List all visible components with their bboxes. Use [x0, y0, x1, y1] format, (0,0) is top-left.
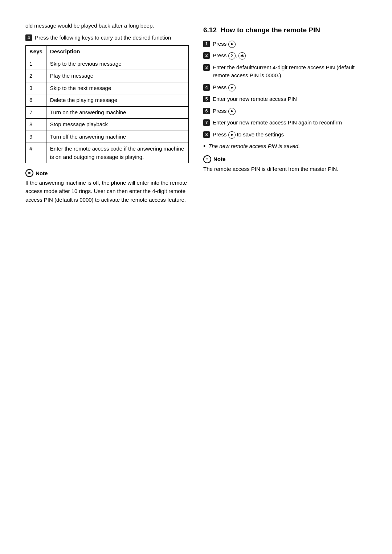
right-step-num-8: 8 — [203, 131, 210, 138]
right-step-num-4: 4 — [203, 84, 210, 91]
col-keys: Keys — [26, 46, 46, 58]
right-step-6: 6 Press — [203, 107, 367, 115]
right-step-num-1: 1 — [203, 41, 210, 47]
table-row: 8Stop message playback — [26, 119, 189, 131]
table-desc: Delete the playing message — [46, 94, 188, 107]
right-step-text-4: Press — [213, 83, 236, 92]
table-row: 9Turn off the answering machine — [26, 131, 189, 143]
bullet-dot: • — [203, 142, 205, 151]
right-step-num-2: 2 — [203, 52, 210, 59]
table-row: 2Play the message — [26, 70, 189, 82]
right-step-text-1: Press — [213, 40, 236, 48]
step-4-text: Press the following keys to carry out th… — [35, 34, 171, 42]
right-step-num-5: 5 — [203, 96, 210, 102]
table-key: 7 — [26, 106, 46, 119]
left-note-title: Note — [25, 169, 189, 177]
italic-saved-text: The new remote access PIN is saved. — [208, 142, 300, 151]
right-step-num-3: 3 — [203, 64, 210, 71]
right-step-text-5: Enter your new remote access PIN — [213, 95, 297, 103]
press-symbol-6 — [228, 108, 236, 115]
right-step-3: 3 Enter the default/current 4-digit remo… — [203, 63, 367, 80]
table-desc: Skip to the next message — [46, 82, 188, 94]
table-desc: Enter the remote access code if the answ… — [46, 143, 188, 163]
right-step-num-7: 7 — [203, 119, 210, 126]
section-title: 6.12 How to change the remote PIN — [203, 26, 367, 35]
table-key: 8 — [26, 119, 46, 131]
circ-num-2: 2 — [228, 52, 236, 59]
table-key: 3 — [26, 82, 46, 94]
right-step-8: 8 Press to save the settings — [203, 131, 367, 139]
right-step-2: 2 Press 2, ✱ — [203, 52, 367, 60]
right-note: Note The remote access PIN is different … — [203, 155, 367, 173]
table-row: 1Skip to the previous message — [26, 58, 189, 70]
table-key: 6 — [26, 94, 46, 107]
table-desc: Play the message — [46, 70, 188, 82]
table-desc: Turn off the answering machine — [46, 131, 188, 143]
right-note-text: The remote access PIN is different from … — [203, 165, 367, 173]
table-key: 9 — [26, 131, 46, 143]
right-step-text-7: Enter your new remote access PIN again t… — [213, 119, 342, 127]
table-desc: Stop message playback — [46, 119, 188, 131]
right-step-text-2: Press 2, ✱ — [213, 52, 246, 60]
right-step-num-6: 6 — [203, 108, 210, 114]
right-note-icon — [203, 155, 211, 163]
table-key: 2 — [26, 70, 46, 82]
note-icon — [25, 169, 33, 177]
col-description: Description — [46, 46, 188, 58]
circ-star-2: ✱ — [238, 52, 246, 59]
table-desc: Skip to the previous message — [46, 58, 188, 70]
table-row: 6Delete the playing message — [26, 94, 189, 107]
step-4-num: 4 — [25, 34, 32, 41]
right-column: 6.12 How to change the remote PIN 1 Pres… — [203, 22, 367, 208]
left-note: Note If the answering machine is off, th… — [25, 169, 189, 204]
right-step-text-8: Press to save the settings — [213, 131, 284, 139]
left-note-text: If the answering machine is off, the pho… — [25, 178, 189, 204]
table-key: # — [26, 143, 46, 163]
press-symbol-8 — [228, 131, 236, 139]
table-row: 7Turn on the answering machine — [26, 106, 189, 119]
table-row: #Enter the remote access code if the ans… — [26, 143, 189, 163]
step-4-item: 4 Press the following keys to carry out … — [25, 34, 189, 42]
right-step-7: 7 Enter your new remote access PIN again… — [203, 119, 367, 127]
table-desc: Turn on the answering machine — [46, 106, 188, 119]
right-note-title: Note — [203, 155, 367, 163]
keys-table: Keys Description 1Skip to the previous m… — [25, 45, 189, 163]
top-divider — [203, 22, 367, 22]
press-symbol-1 — [228, 41, 236, 48]
right-step-text-6: Press — [213, 107, 236, 115]
right-step-4: 4 Press — [203, 83, 367, 92]
right-step-text-3: Enter the default/current 4-digit remote… — [213, 63, 367, 80]
intro-text: old message would be played back after a… — [25, 22, 189, 30]
press-symbol-4 — [228, 84, 236, 91]
left-column: old message would be played back after a… — [25, 22, 189, 208]
bullet-italic-item: • The new remote access PIN is saved. — [203, 142, 367, 151]
right-step-1: 1 Press — [203, 40, 367, 48]
table-key: 1 — [26, 58, 46, 70]
right-step-5: 5 Enter your new remote access PIN — [203, 95, 367, 103]
table-row: 3Skip to the next message — [26, 82, 189, 94]
